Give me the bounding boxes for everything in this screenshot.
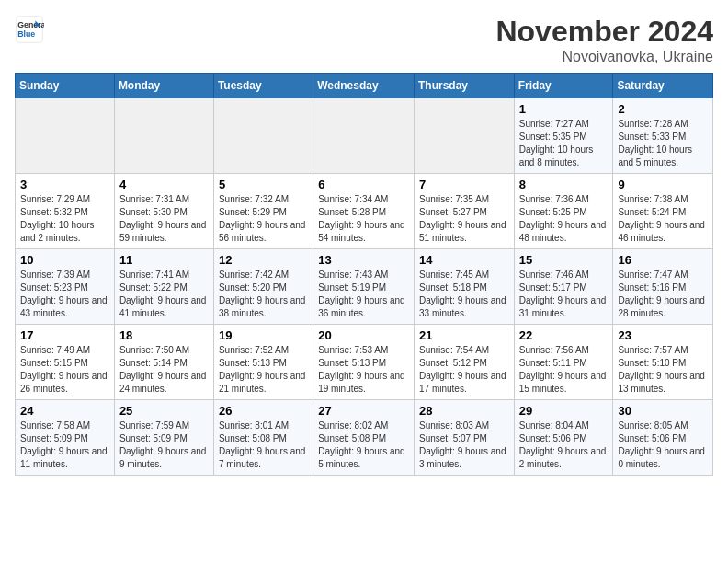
day-number: 20	[318, 328, 409, 342]
calendar-cell: 25Sunrise: 7:59 AM Sunset: 5:09 PM Dayli…	[114, 400, 213, 476]
calendar-cell: 9Sunrise: 7:38 AM Sunset: 5:24 PM Daylig…	[613, 174, 713, 249]
title-area: November 2024 Novoivanovka, Ukraine	[495, 15, 713, 65]
day-info: Sunrise: 7:56 AM Sunset: 5:11 PM Dayligh…	[519, 344, 609, 396]
day-number: 9	[618, 178, 708, 191]
day-info: Sunrise: 7:31 AM Sunset: 5:30 PM Dayligh…	[119, 193, 209, 245]
logo: General Blue	[15, 15, 44, 44]
day-info: Sunrise: 8:02 AM Sunset: 5:08 PM Dayligh…	[318, 419, 409, 471]
calendar-cell	[114, 98, 213, 174]
calendar-cell: 26Sunrise: 8:01 AM Sunset: 5:08 PM Dayli…	[213, 400, 313, 476]
calendar-week-5: 24Sunrise: 7:58 AM Sunset: 5:09 PM Dayli…	[16, 400, 713, 476]
calendar-cell: 19Sunrise: 7:52 AM Sunset: 5:13 PM Dayli…	[213, 325, 313, 400]
day-info: Sunrise: 7:53 AM Sunset: 5:13 PM Dayligh…	[318, 344, 409, 396]
location-title: Novoivanovka, Ukraine	[495, 49, 713, 65]
day-number: 3	[20, 178, 109, 191]
calendar-week-2: 3Sunrise: 7:29 AM Sunset: 5:32 PM Daylig…	[16, 174, 713, 249]
weekday-header-saturday: Saturday	[613, 74, 713, 98]
day-info: Sunrise: 7:58 AM Sunset: 5:09 PM Dayligh…	[20, 419, 109, 471]
calendar-cell: 6Sunrise: 7:34 AM Sunset: 5:28 PM Daylig…	[313, 174, 415, 249]
day-info: Sunrise: 8:01 AM Sunset: 5:08 PM Dayligh…	[219, 419, 308, 471]
day-info: Sunrise: 7:45 AM Sunset: 5:18 PM Dayligh…	[419, 269, 509, 320]
month-title: November 2024	[495, 15, 713, 49]
weekday-header-sunday: Sunday	[16, 74, 115, 98]
calendar-cell: 1Sunrise: 7:27 AM Sunset: 5:35 PM Daylig…	[514, 98, 613, 174]
weekday-header-tuesday: Tuesday	[213, 74, 313, 98]
day-number: 30	[618, 404, 708, 418]
day-number: 12	[219, 253, 308, 267]
day-info: Sunrise: 7:34 AM Sunset: 5:28 PM Dayligh…	[318, 193, 409, 245]
day-number: 25	[119, 404, 209, 418]
day-info: Sunrise: 7:35 AM Sunset: 5:27 PM Dayligh…	[419, 193, 509, 245]
day-number: 10	[20, 253, 109, 267]
day-info: Sunrise: 8:04 AM Sunset: 5:06 PM Dayligh…	[519, 419, 609, 471]
calendar-cell: 24Sunrise: 7:58 AM Sunset: 5:09 PM Dayli…	[16, 400, 115, 476]
calendar-week-4: 17Sunrise: 7:49 AM Sunset: 5:15 PM Dayli…	[16, 325, 713, 400]
day-number: 11	[119, 253, 209, 267]
day-number: 24	[20, 404, 109, 418]
day-number: 18	[119, 328, 209, 342]
day-info: Sunrise: 7:57 AM Sunset: 5:10 PM Dayligh…	[618, 344, 708, 396]
calendar-cell: 8Sunrise: 7:36 AM Sunset: 5:25 PM Daylig…	[514, 174, 613, 249]
day-number: 23	[618, 328, 708, 342]
page-header: General Blue November 2024 Novoivanovka,…	[15, 15, 713, 65]
day-info: Sunrise: 7:49 AM Sunset: 5:15 PM Dayligh…	[20, 344, 109, 396]
calendar-cell: 2Sunrise: 7:28 AM Sunset: 5:33 PM Daylig…	[613, 98, 713, 174]
day-info: Sunrise: 8:03 AM Sunset: 5:07 PM Dayligh…	[419, 419, 509, 471]
day-info: Sunrise: 7:28 AM Sunset: 5:33 PM Dayligh…	[618, 118, 708, 169]
day-number: 26	[219, 404, 308, 418]
calendar-cell: 29Sunrise: 8:04 AM Sunset: 5:06 PM Dayli…	[514, 400, 613, 476]
day-info: Sunrise: 8:05 AM Sunset: 5:06 PM Dayligh…	[618, 419, 708, 471]
day-number: 15	[519, 253, 609, 267]
day-info: Sunrise: 7:46 AM Sunset: 5:17 PM Dayligh…	[519, 269, 609, 320]
svg-text:Blue: Blue	[17, 29, 35, 39]
calendar-cell: 22Sunrise: 7:56 AM Sunset: 5:11 PM Dayli…	[514, 325, 613, 400]
calendar-cell: 7Sunrise: 7:35 AM Sunset: 5:27 PM Daylig…	[414, 174, 514, 249]
calendar-cell: 11Sunrise: 7:41 AM Sunset: 5:22 PM Dayli…	[114, 249, 213, 325]
day-info: Sunrise: 7:50 AM Sunset: 5:14 PM Dayligh…	[119, 344, 209, 396]
day-info: Sunrise: 7:52 AM Sunset: 5:13 PM Dayligh…	[219, 344, 308, 396]
calendar-cell: 16Sunrise: 7:47 AM Sunset: 5:16 PM Dayli…	[613, 249, 713, 325]
day-number: 19	[219, 328, 308, 342]
day-number: 13	[318, 253, 409, 267]
day-number: 5	[219, 178, 308, 191]
day-number: 17	[20, 328, 109, 342]
weekday-header-row: SundayMondayTuesdayWednesdayThursdayFrid…	[16, 74, 713, 98]
calendar-body: 1Sunrise: 7:27 AM Sunset: 5:35 PM Daylig…	[16, 98, 713, 476]
day-number: 22	[519, 328, 609, 342]
day-number: 14	[419, 253, 509, 267]
calendar-cell	[414, 98, 514, 174]
day-info: Sunrise: 7:39 AM Sunset: 5:23 PM Dayligh…	[20, 269, 109, 320]
day-number: 29	[519, 404, 609, 418]
calendar: SundayMondayTuesdayWednesdayThursdayFrid…	[15, 73, 713, 476]
calendar-cell: 13Sunrise: 7:43 AM Sunset: 5:19 PM Dayli…	[313, 249, 415, 325]
day-info: Sunrise: 7:32 AM Sunset: 5:29 PM Dayligh…	[219, 193, 308, 245]
calendar-cell: 30Sunrise: 8:05 AM Sunset: 5:06 PM Dayli…	[613, 400, 713, 476]
day-info: Sunrise: 7:42 AM Sunset: 5:20 PM Dayligh…	[219, 269, 308, 320]
weekday-header-thursday: Thursday	[414, 74, 514, 98]
calendar-cell: 27Sunrise: 8:02 AM Sunset: 5:08 PM Dayli…	[313, 400, 415, 476]
day-info: Sunrise: 7:27 AM Sunset: 5:35 PM Dayligh…	[519, 118, 609, 169]
calendar-cell	[313, 98, 415, 174]
day-number: 6	[318, 178, 409, 191]
weekday-header-monday: Monday	[114, 74, 213, 98]
calendar-cell: 4Sunrise: 7:31 AM Sunset: 5:30 PM Daylig…	[114, 174, 213, 249]
weekday-header-friday: Friday	[514, 74, 613, 98]
calendar-cell	[213, 98, 313, 174]
day-number: 1	[519, 102, 609, 116]
day-number: 16	[618, 253, 708, 267]
day-number: 28	[419, 404, 509, 418]
calendar-cell: 15Sunrise: 7:46 AM Sunset: 5:17 PM Dayli…	[514, 249, 613, 325]
day-info: Sunrise: 7:54 AM Sunset: 5:12 PM Dayligh…	[419, 344, 509, 396]
day-number: 21	[419, 328, 509, 342]
calendar-cell: 17Sunrise: 7:49 AM Sunset: 5:15 PM Dayli…	[16, 325, 115, 400]
calendar-cell: 5Sunrise: 7:32 AM Sunset: 5:29 PM Daylig…	[213, 174, 313, 249]
svg-text:General: General	[17, 20, 44, 29]
calendar-week-3: 10Sunrise: 7:39 AM Sunset: 5:23 PM Dayli…	[16, 249, 713, 325]
day-number: 27	[318, 404, 409, 418]
day-number: 8	[519, 178, 609, 191]
calendar-cell: 21Sunrise: 7:54 AM Sunset: 5:12 PM Dayli…	[414, 325, 514, 400]
calendar-week-1: 1Sunrise: 7:27 AM Sunset: 5:35 PM Daylig…	[16, 98, 713, 174]
day-info: Sunrise: 7:36 AM Sunset: 5:25 PM Dayligh…	[519, 193, 609, 245]
calendar-cell: 12Sunrise: 7:42 AM Sunset: 5:20 PM Dayli…	[213, 249, 313, 325]
calendar-cell: 10Sunrise: 7:39 AM Sunset: 5:23 PM Dayli…	[16, 249, 115, 325]
